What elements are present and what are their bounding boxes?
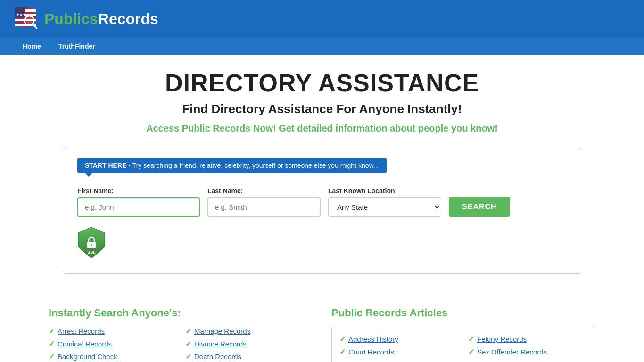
logo-text: PublicsRecords [44, 10, 158, 28]
criminal-records-link[interactable]: Criminal Records [58, 340, 112, 348]
list-item: ✓ Death Records [185, 352, 313, 361]
list-item: ✓ Marriage Records [185, 327, 313, 336]
first-name-label: First Name: [77, 187, 200, 195]
check-icon: ✓ [185, 352, 191, 361]
location-label: Last Known Location: [328, 187, 441, 195]
check-icon: ✓ [49, 339, 55, 348]
list-item: ✓ Criminal Records [49, 339, 176, 348]
first-name-group: First Name: [77, 187, 200, 217]
logo[interactable]: ★★★★ PublicsRecords [14, 6, 158, 32]
page-title: DIRECTORY ASSISTANCE [49, 69, 595, 97]
article-item: ✓ Felony Records [468, 335, 587, 344]
ssl-shield-container: SSL [77, 226, 106, 259]
record-list: ✓ Arrest Records ✓ Marriage Records ✓ Cr… [49, 327, 313, 362]
svg-text:SSL: SSL [87, 250, 96, 255]
page-subtitle: Find Directory Assistance For Anyone Ins… [49, 102, 595, 116]
instantly-section: Instantly Search Anyone's: ✓ Arrest Reco… [49, 307, 313, 362]
ssl-shield-icon: SSL [77, 226, 106, 259]
first-name-input[interactable] [77, 197, 200, 217]
last-name-label: Last Name: [207, 187, 321, 195]
background-check-link[interactable]: Background Check [58, 353, 117, 361]
sex-offender-records-link[interactable]: Sex Offender Records [477, 348, 547, 356]
search-box: START HERE - Try searching a friend, rel… [63, 148, 581, 274]
check-icon: ✓ [49, 327, 55, 336]
check-icon: ✓ [339, 347, 346, 356]
navigation: Home TruthFinder [0, 38, 644, 55]
arrest-records-link[interactable]: Arrest Records [58, 327, 105, 335]
instantly-title: Instantly Search Anyone's: [49, 307, 313, 319]
state-select[interactable]: Any State Alabama Alaska Arizona Arkansa… [328, 197, 441, 217]
main-content: DIRECTORY ASSISTANCE Find Directory Assi… [39, 55, 605, 307]
list-item: ✓ Background Check [49, 352, 176, 361]
death-records-link[interactable]: Death Records [194, 353, 241, 361]
last-name-input[interactable] [207, 197, 321, 217]
ssl-badge: SSL [77, 226, 567, 259]
start-banner-label: START HERE [85, 162, 126, 169]
logo-icon: ★★★★ [14, 6, 41, 32]
page-accent: Access Public Records Now! Get detailed … [49, 123, 595, 134]
articles-grid: ✓ Address History ✓ Felony Records ✓ Cou… [339, 335, 587, 356]
search-button[interactable]: SEARCH [449, 197, 510, 217]
list-item: ✓ Divorce Records [185, 339, 313, 348]
list-item: ✓ Arrest Records [49, 327, 176, 336]
article-item: ✓ Sex Offender Records [468, 347, 587, 356]
check-icon: ✓ [185, 339, 191, 348]
articles-title: Public Records Articles [331, 307, 595, 319]
marriage-records-link[interactable]: Marriage Records [194, 327, 250, 335]
location-group: Last Known Location: Any State Alabama A… [328, 187, 441, 217]
svg-point-14 [91, 244, 92, 246]
article-item: ✓ Address History [339, 335, 459, 344]
felony-records-link[interactable]: Felony Records [477, 335, 527, 343]
start-banner-text: - Try searching a friend, relative, cele… [126, 162, 379, 169]
start-banner: START HERE - Try searching a friend, rel… [77, 158, 387, 173]
check-icon: ✓ [339, 335, 346, 344]
articles-box: ✓ Address History ✓ Felony Records ✓ Cou… [331, 327, 595, 362]
nav-truthfinder[interactable]: TruthFinder [50, 38, 104, 55]
check-icon: ✓ [49, 352, 55, 361]
nav-home[interactable]: Home [14, 38, 50, 55]
last-name-group: Last Name: [207, 187, 321, 217]
articles-section: Public Records Articles ✓ Address Histor… [331, 307, 595, 362]
article-item: ✓ Court Records [339, 347, 459, 356]
form-row: First Name: Last Name: Last Known Locati… [77, 187, 567, 217]
svg-point-10 [26, 17, 33, 24]
check-icon: ✓ [468, 347, 474, 356]
address-history-link[interactable]: Address History [348, 335, 398, 343]
check-icon: ✓ [468, 335, 474, 344]
court-records-link[interactable]: Court Records [348, 348, 394, 356]
divorce-records-link[interactable]: Divorce Records [194, 340, 247, 348]
bottom-section: Instantly Search Anyone's: ✓ Arrest Reco… [39, 307, 605, 362]
header: ★★★★ PublicsRecords [0, 0, 644, 38]
check-icon: ✓ [185, 327, 191, 336]
